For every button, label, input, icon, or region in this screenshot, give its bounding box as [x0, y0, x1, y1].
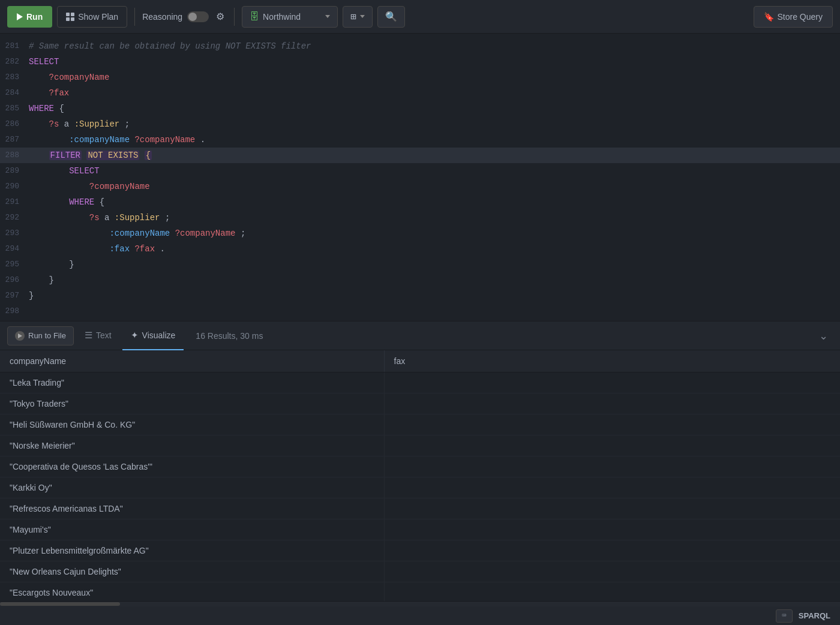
code-line: 284 ?fax [0, 85, 840, 101]
bookmark-icon: 🔖 [764, 12, 774, 22]
cell-companyName: "Tokyo Traders" [0, 393, 384, 414]
reasoning-label: Reasoning [142, 12, 182, 22]
store-query-label: Store Query [778, 12, 823, 22]
reasoning-toggle[interactable] [187, 11, 209, 22]
table-row: "Escargots Nouveaux" [0, 582, 840, 602]
code-line: 295 } [0, 257, 840, 272]
main-content: 281 # Same result can be obtained by usi… [0, 34, 840, 625]
results-toolbar: Run to File ☰ Text ✦ Visualize 16 Result… [0, 321, 840, 350]
code-line-highlighted: 288 FILTER NOT EXISTS { [0, 148, 840, 163]
tab-text[interactable]: ☰ Text [76, 321, 120, 350]
results-table-area[interactable]: companyName fax "Leka Trading""Tokyo Tra… [0, 350, 840, 601]
horizontal-scrollbar[interactable] [0, 601, 840, 606]
visualize-tab-icon: ✦ [131, 330, 139, 341]
table-row: "Tokyo Traders" [0, 393, 840, 414]
cell-companyName: "New Orleans Cajun Delights" [0, 561, 384, 582]
cell-fax [384, 561, 840, 582]
layers-button[interactable]: ⊞ [343, 6, 373, 28]
cell-fax [384, 435, 840, 456]
visualize-tab-label: Visualize [142, 330, 176, 340]
results-count: 16 Results, 30 ms [196, 331, 263, 341]
cell-fax [384, 582, 840, 602]
expand-button[interactable]: ⌄ [814, 327, 833, 345]
run-to-file-label: Run to File [28, 331, 66, 340]
cell-fax [384, 414, 840, 435]
table-row: "Karkki Oy" [0, 477, 840, 498]
cell-companyName: "Heli Süßwaren GmbH & Co. KG" [0, 414, 384, 435]
code-line: 286 ?s a :Supplier ; [0, 116, 840, 132]
code-line: 285 WHERE { [0, 101, 840, 116]
main-toolbar: Run Show Plan Reasoning ⚙ 🗄 Northwind ⊞ … [0, 0, 840, 34]
run-to-file-button[interactable]: Run to File [7, 326, 74, 345]
results-section: Run to File ☰ Text ✦ Visualize 16 Result… [0, 321, 840, 625]
run-label: Run [26, 12, 43, 22]
cell-fax [384, 393, 840, 414]
table-row: "Cooperativa de Quesos 'Las Cabras'" [0, 456, 840, 477]
layers-chevron-icon [360, 15, 365, 18]
table-row: "Mayumi's" [0, 519, 840, 540]
run-to-file-icon [15, 331, 25, 341]
cell-companyName: "Mayumi's" [0, 519, 384, 540]
table-row: "Norske Meierier" [0, 435, 840, 456]
code-line: 294 :fax ?fax . [0, 241, 840, 257]
chevron-down-icon [325, 15, 330, 18]
text-tab-label: Text [96, 330, 112, 340]
cell-fax [384, 477, 840, 498]
code-line: 291 WHERE { [0, 194, 840, 210]
table-row: "New Orleans Cajun Delights" [0, 561, 840, 582]
results-table: companyName fax "Leka Trading""Tokyo Tra… [0, 350, 840, 601]
keyboard-icon: ⌨ [776, 609, 793, 623]
table-row: "Plutzer Lebensmittelgroßmärkte AG" [0, 540, 840, 561]
scrollbar-track [0, 602, 840, 606]
cell-companyName: "Norske Meierier" [0, 435, 384, 456]
code-line: 283 ?companyName [0, 70, 840, 85]
reasoning-group: Reasoning ⚙ [142, 8, 227, 25]
separator-1 [134, 8, 135, 26]
store-query-button[interactable]: 🔖 Store Query [754, 6, 833, 28]
code-line: 296 } [0, 272, 840, 288]
cell-fax [384, 372, 840, 393]
play-icon [17, 13, 23, 20]
code-line: 281 # Same result can be obtained by usi… [0, 38, 840, 54]
database-icon: 🗄 [250, 11, 259, 22]
search-icon: 🔍 [385, 11, 397, 23]
code-line: 297 } [0, 288, 840, 304]
code-line: 293 :companyName ?companyName ; [0, 226, 840, 241]
scrollbar-thumb[interactable] [0, 602, 120, 606]
database-selector[interactable]: 🗄 Northwind [242, 6, 338, 28]
cell-fax [384, 456, 840, 477]
cell-fax [384, 498, 840, 519]
layers-icon: ⊞ [350, 11, 356, 23]
language-indicator: SPARQL [799, 611, 830, 620]
table-row: "Heli Süßwaren GmbH & Co. KG" [0, 414, 840, 435]
cell-companyName: "Leka Trading" [0, 372, 384, 393]
cell-companyName: "Karkki Oy" [0, 477, 384, 498]
tab-visualize[interactable]: ✦ Visualize [122, 321, 184, 350]
column-header-companyName: companyName [0, 350, 384, 372]
gear-button[interactable]: ⚙ [214, 8, 227, 25]
code-line: 290 ?companyName [0, 179, 840, 194]
cell-companyName: "Cooperativa de Quesos 'Las Cabras'" [0, 456, 384, 477]
run-button[interactable]: Run [7, 6, 52, 28]
code-editor[interactable]: 281 # Same result can be obtained by usi… [0, 34, 840, 321]
table-row: "Leka Trading" [0, 372, 840, 393]
show-plan-label: Show Plan [78, 12, 118, 22]
grid-icon [66, 13, 74, 21]
code-line: 282 SELECT [0, 54, 840, 70]
table-row: "Refrescos Americanas LTDA" [0, 498, 840, 519]
cell-companyName: "Escargots Nouveaux" [0, 582, 384, 602]
status-bar: ⌨ SPARQL [0, 606, 840, 625]
search-button[interactable]: 🔍 [377, 6, 405, 28]
column-header-fax: fax [384, 350, 840, 372]
text-tab-icon: ☰ [85, 330, 92, 341]
separator-2 [234, 8, 235, 26]
db-name: Northwind [263, 12, 301, 22]
cell-companyName: "Plutzer Lebensmittelgroßmärkte AG" [0, 540, 384, 561]
table-header-row: companyName fax [0, 350, 840, 372]
code-line: 287 :companyName ?companyName . [0, 132, 840, 148]
show-plan-button[interactable]: Show Plan [57, 6, 127, 28]
cell-fax [384, 519, 840, 540]
cell-companyName: "Refrescos Americanas LTDA" [0, 498, 384, 519]
code-line: 292 ?s a :Supplier ; [0, 210, 840, 226]
cell-fax [384, 540, 840, 561]
